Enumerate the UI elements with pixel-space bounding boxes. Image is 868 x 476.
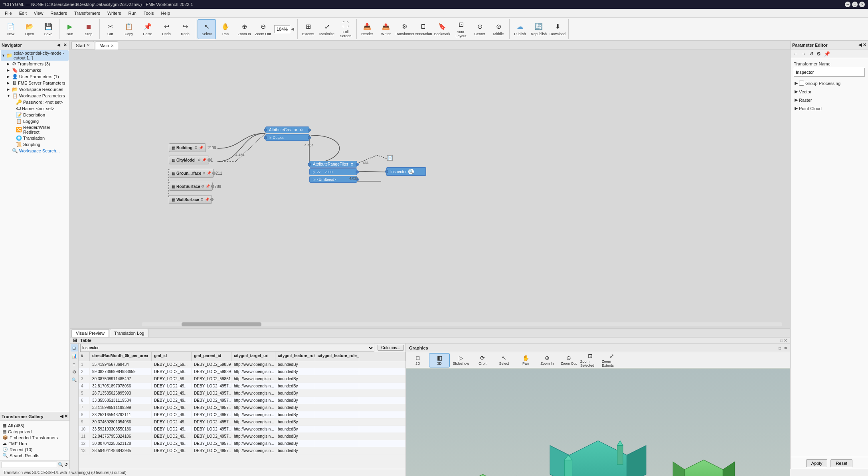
- gp-zoom-in-button[interactable]: ⊕ Zoom In: [537, 353, 558, 367]
- extents-button[interactable]: ⊞ Extents: [299, 19, 317, 39]
- nav-item-workspace-search[interactable]: 🔍 Workspace Search...: [1, 148, 69, 154]
- attribute-creator-node[interactable]: AttributeCreator ⚙ ▷ Output: [265, 126, 309, 141]
- maximize-button[interactable]: ⤢ Maximize: [318, 19, 336, 39]
- columns-button[interactable]: Columns...: [378, 345, 404, 351]
- new-button[interactable]: 📄 New: [2, 19, 20, 39]
- left-search-icon[interactable]: 🔍: [58, 462, 63, 467]
- inspector-node[interactable]: Inspector 🔍: [386, 167, 426, 176]
- run-button[interactable]: ▶ Run: [61, 19, 79, 39]
- table-row[interactable]: 9 30.374692801054966 DEBY_LOD2_49... DEB…: [79, 419, 405, 426]
- nav-item-description[interactable]: 📝 Description: [1, 112, 69, 118]
- annotation-button[interactable]: 🗒 Annotation: [414, 19, 433, 39]
- gp-pan-button[interactable]: ✋ Pan: [515, 353, 536, 367]
- pe-back-icon[interactable]: ←: [792, 51, 799, 57]
- pe-forward-icon[interactable]: →: [800, 51, 807, 57]
- gp-zoom-extents-button[interactable]: ⤢ Zoom Extents: [601, 353, 622, 367]
- gp-select-button[interactable]: ↖ Select: [494, 353, 514, 367]
- menu-readers[interactable]: Readers: [47, 10, 70, 16]
- redo-button[interactable]: ↪ Redo: [176, 19, 194, 39]
- nav-item-fme-server[interactable]: ▶ 🖥 FME Server Parameters: [1, 80, 69, 86]
- zoom-input[interactable]: [274, 25, 290, 33]
- gp-2d-button[interactable]: □ 2D: [407, 353, 428, 367]
- minimize-button[interactable]: ─: [845, 2, 850, 7]
- vp-table-view-btn[interactable]: ⊞: [71, 344, 78, 352]
- zoom-minus[interactable]: ◀: [291, 27, 294, 31]
- undo-button[interactable]: ↩ Undo: [157, 19, 176, 39]
- vp-filter-btn[interactable]: 🔍: [71, 376, 78, 383]
- save-button[interactable]: 💾 Save: [39, 19, 57, 39]
- writer-node-small[interactable]: 📄: [387, 155, 393, 161]
- reader-node-building[interactable]: ▦ Building ⚙ 📌 211: [169, 143, 214, 152]
- menu-tools[interactable]: Tools: [140, 10, 157, 16]
- pe-settings-icon[interactable]: ⚙: [815, 51, 822, 57]
- vp-settings-btn[interactable]: ⚙: [71, 368, 78, 375]
- table-row[interactable]: 7 33.118996511199399 DEBY_LOD2_49... DEB…: [79, 404, 405, 411]
- center-button[interactable]: ⊙ Center: [471, 19, 489, 39]
- nav-item-translation[interactable]: 🌐 Translation: [1, 135, 69, 141]
- reader-node-wallsurface[interactable]: ▦ WallSurface ⚙ 📌: [169, 195, 212, 204]
- nav-item-user-params[interactable]: ▶ 👤 User Parameters (1): [1, 73, 69, 80]
- menu-view[interactable]: View: [31, 10, 47, 16]
- select-button[interactable]: ↖ Select: [198, 19, 216, 39]
- nav-item-root[interactable]: ▼ 📁 solar-potential-city-model-cutout [.…: [1, 50, 69, 61]
- reader-button[interactable]: 📥 Reader: [358, 19, 376, 39]
- republish-button[interactable]: 🔄 Republish: [530, 19, 548, 39]
- reader-node-citymodel[interactable]: ▦ CityModel ⚙ 📌 1: [169, 156, 213, 164]
- menu-run[interactable]: Run: [125, 10, 140, 16]
- maximize-button[interactable]: □: [852, 2, 858, 7]
- table-row[interactable]: 2 99.38273669984983659 DEBY_LOD2_59... D…: [79, 368, 405, 375]
- menu-help[interactable]: Help: [158, 10, 173, 16]
- table-row[interactable]: 4 32.817051897078066 DEBY_LOD2_49... DEB…: [79, 383, 405, 390]
- menu-file[interactable]: File: [2, 10, 15, 16]
- pe-transformer-name-input[interactable]: [794, 68, 865, 77]
- pe-apply-button[interactable]: Apply: [806, 459, 828, 467]
- pe-section-vector-header[interactable]: ▶ Vector: [794, 88, 865, 95]
- publish-button[interactable]: ☁ Publish: [511, 19, 529, 39]
- download-button[interactable]: ⬇ Download: [548, 19, 567, 39]
- paste-button[interactable]: 📌 Paste: [138, 19, 157, 39]
- left-search-input[interactable]: [2, 462, 57, 468]
- navigator-collapse-icon[interactable]: ◀: [56, 42, 61, 47]
- transformer-button[interactable]: ⚙ Transformer: [395, 19, 414, 39]
- canvas-horizontal-scrollbar[interactable]: [142, 322, 782, 326]
- tg-item-all[interactable]: ▦ All (485): [2, 423, 68, 429]
- tab-main[interactable]: Main ✕: [95, 41, 118, 49]
- table-row[interactable]: 12 30.007042253521128 DEBY_LOD2_49... DE…: [79, 440, 405, 447]
- table-row[interactable]: 1 35.41994567868434 DEBY_LOD2_59... DEBY…: [79, 361, 405, 368]
- zoom-out-button[interactable]: ⊖ Zoom Out: [254, 19, 272, 39]
- cut-button[interactable]: ✂ Cut: [101, 19, 119, 39]
- pe-close-icon[interactable]: ✕: [863, 42, 866, 47]
- tab-start[interactable]: Start ✕: [71, 41, 94, 49]
- left-refresh-icon[interactable]: ↺: [64, 462, 68, 467]
- nav-item-logging[interactable]: 📋 Logging: [1, 118, 69, 124]
- menu-transformers[interactable]: Transformers: [71, 10, 103, 16]
- gp-zoom-selected-button[interactable]: ⊡ Zoom Selected: [580, 353, 601, 367]
- gp-collapse-icon[interactable]: □: [779, 346, 781, 350]
- gp-3d-button[interactable]: ◧ 3D: [429, 353, 450, 367]
- zoom-in-button[interactable]: ⊕ Zoom In: [235, 19, 253, 39]
- tg-item-fme-hub[interactable]: ☁ FME Hub: [2, 440, 68, 446]
- reader-node-groundsurface[interactable]: ▦ Groun...rface ⚙ 📌 211: [169, 169, 222, 178]
- pan-button[interactable]: ✋ Pan: [216, 19, 235, 39]
- copy-button[interactable]: 📋 Copy: [120, 19, 138, 39]
- vp-header-icons[interactable]: □ ✕: [780, 338, 787, 343]
- tg-item-recent[interactable]: 🕒 Recent (10): [2, 446, 68, 452]
- tg-item-embedded[interactable]: 📦 Embedded Transformers: [2, 435, 68, 440]
- gp-close-icon[interactable]: ✕: [784, 346, 787, 350]
- bookmark-button[interactable]: 🔖 Bookmark: [433, 19, 451, 39]
- table-row[interactable]: 10 33.592193308550186 DEBY_LOD2_49... DE…: [79, 426, 405, 433]
- navigator-close-icon[interactable]: ✕: [62, 42, 68, 47]
- workflow-canvas[interactable]: ▦ Building ⚙ 📌 211 ▦ CityModel ⚙ 📌 1: [70, 49, 790, 328]
- vp-chart-view-btn[interactable]: 📊: [71, 352, 78, 359]
- auto-layout-button[interactable]: ⊡ Auto-Layout: [452, 19, 470, 39]
- full-screen-button[interactable]: ⛶ Full Screen: [336, 19, 355, 39]
- pe-pin-icon[interactable]: 📌: [823, 51, 831, 57]
- menu-edit[interactable]: Edit: [16, 10, 30, 16]
- table-row[interactable]: 5 28.713535026895993 DEBY_LOD2_49... DEB…: [79, 390, 405, 397]
- pe-reset-button[interactable]: Reset: [830, 459, 852, 467]
- close-button[interactable]: ✕: [859, 2, 865, 7]
- pe-group-processing-checkbox[interactable]: [799, 81, 804, 86]
- tab-main-close[interactable]: ✕: [111, 43, 114, 48]
- pe-collapse-icon[interactable]: ◀: [858, 42, 862, 47]
- tg-item-categorized[interactable]: ▤ Categorized: [2, 429, 68, 435]
